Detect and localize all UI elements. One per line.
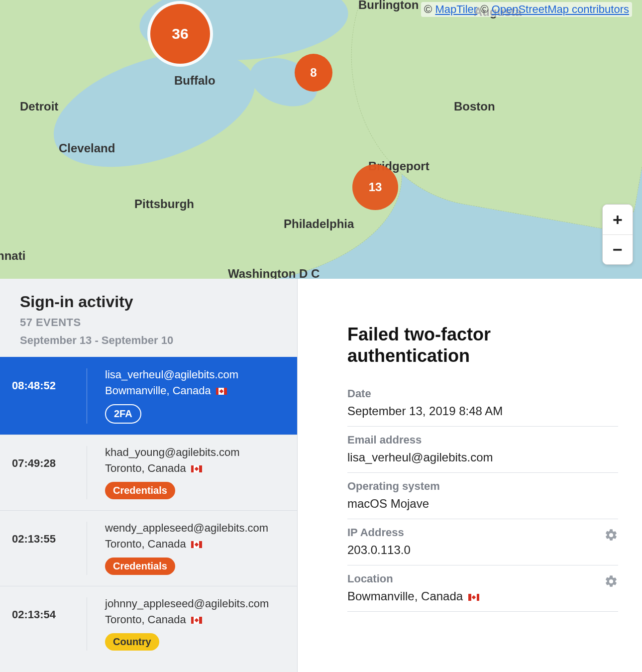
detail-title: Failed two-factor authentication <box>347 324 618 366</box>
detail-row: Email addresslisa_verheul@agilebits.com <box>347 427 618 473</box>
map-cluster-marker[interactable]: 13 <box>352 164 398 210</box>
event-badge: Credentials <box>105 558 175 575</box>
detail-row: LocationBowmanville, Canada <box>347 565 618 612</box>
city-label: nnati <box>0 249 25 263</box>
event-badge: Country <box>105 633 159 651</box>
flag-canada-icon <box>468 594 479 601</box>
map-attribution: © MapTiler © OpenStreetMap contributors <box>421 2 632 17</box>
event-list: 08:48:52lisa_verheul@agilebits.comBowman… <box>0 357 297 672</box>
event-location: Toronto, Canada <box>105 538 285 551</box>
event-location: Toronto, Canada <box>105 462 285 475</box>
city-label: Philadelphia <box>284 217 354 231</box>
city-label: Cleveland <box>59 141 115 155</box>
detail-label: Date <box>347 387 618 400</box>
event-badge: 2FA <box>105 404 141 424</box>
city-label: Pittsburgh <box>134 197 194 211</box>
event-badge: Credentials <box>105 482 175 499</box>
signin-activity-panel: Sign-in activity 57 EVENTS September 13 … <box>0 279 298 672</box>
event-email: johnny_appleseed@agilebits.com <box>105 597 285 610</box>
cluster-count: 8 <box>310 66 317 80</box>
map-cluster-marker[interactable]: 8 <box>295 54 332 92</box>
detail-label: Operating system <box>347 480 618 493</box>
panel-title: Sign-in activity <box>20 293 277 311</box>
event-row[interactable]: 02:13:54johnny_appleseed@agilebits.comTo… <box>0 586 297 662</box>
event-location: Toronto, Canada <box>105 613 285 626</box>
city-label: Boston <box>454 100 495 113</box>
detail-row: Operating systemmacOS Mojave <box>347 473 618 519</box>
event-info: johnny_appleseed@agilebits.comToronto, C… <box>87 597 285 651</box>
detail-label: IP Address <box>347 526 618 539</box>
event-location: Bowmanville, Canada <box>105 384 285 397</box>
flag-canada-icon <box>191 617 202 624</box>
detail-value: September 13, 2019 8:48 AM <box>347 404 618 418</box>
lower-pane: Sign-in activity 57 EVENTS September 13 … <box>0 279 642 672</box>
flag-canada-icon <box>216 388 227 395</box>
city-label: Buffalo <box>174 74 215 88</box>
event-info: wendy_appleseed@agilebits.comToronto, Ca… <box>87 522 285 575</box>
map-zoom-controls: + − <box>602 204 633 265</box>
event-detail-panel: Failed two-factor authentication DateSep… <box>298 279 642 672</box>
osm-link[interactable]: OpenStreetMap contributors <box>492 3 629 15</box>
event-row[interactable]: 02:13:55wendy_appleseed@agilebits.comTor… <box>0 510 297 586</box>
attribution-sep: © <box>477 3 491 15</box>
attribution-prefix: © <box>424 3 435 15</box>
cluster-count: 36 <box>172 25 188 42</box>
flag-canada-icon <box>191 541 202 548</box>
event-time: 07:49:28 <box>12 446 87 470</box>
event-time: 08:48:52 <box>12 368 87 392</box>
detail-row: IP Address203.0.113.0 <box>347 519 618 565</box>
event-time: 02:13:54 <box>12 597 87 621</box>
detail-label: Email address <box>347 434 618 447</box>
detail-value: Bowmanville, Canada <box>347 589 618 603</box>
event-info: khad_young@agilebits.comToronto, Canada … <box>87 446 285 499</box>
event-email: khad_young@agilebits.com <box>105 446 285 459</box>
city-label: Detroit <box>20 100 58 113</box>
maptiler-link[interactable]: MapTiler <box>435 3 477 15</box>
detail-row: DateSeptember 13, 2019 8:48 AM <box>347 380 618 427</box>
activity-map[interactable]: Burlington Augusta Buffalo Detroit Bosto… <box>0 0 642 279</box>
flag-canada-icon <box>191 465 202 472</box>
zoom-out-button[interactable]: − <box>603 234 633 264</box>
event-row[interactable]: 08:48:52lisa_verheul@agilebits.comBowman… <box>0 357 297 435</box>
event-email: lisa_verheul@agilebits.com <box>105 368 285 381</box>
cluster-count: 13 <box>369 180 382 194</box>
event-email: wendy_appleseed@agilebits.com <box>105 522 285 535</box>
event-info: lisa_verheul@agilebits.comBowmanville, C… <box>87 368 285 424</box>
detail-value: lisa_verheul@agilebits.com <box>347 450 618 464</box>
detail-label: Location <box>347 572 618 585</box>
signin-activity-header: Sign-in activity 57 EVENTS September 13 … <box>0 279 297 357</box>
date-range: September 13 - September 10 <box>20 334 277 347</box>
city-label: Burlington <box>358 0 419 12</box>
event-time: 02:13:55 <box>12 522 87 546</box>
zoom-in-button[interactable]: + <box>603 205 633 234</box>
detail-value: macOS Mojave <box>347 497 618 511</box>
gear-icon[interactable] <box>604 574 618 588</box>
city-label: Washington D C <box>228 267 320 279</box>
gear-icon[interactable] <box>604 528 618 542</box>
event-row[interactable]: 07:49:28khad_young@agilebits.comToronto,… <box>0 435 297 510</box>
map-cluster-marker[interactable]: 36 <box>150 4 210 64</box>
detail-value: 203.0.113.0 <box>347 543 618 557</box>
events-count: 57 EVENTS <box>20 316 277 329</box>
